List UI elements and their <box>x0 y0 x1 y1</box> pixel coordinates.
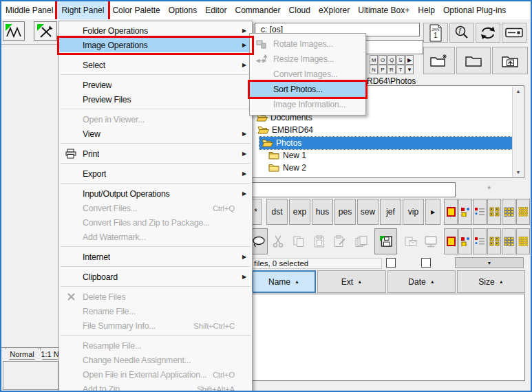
filter-button-sew[interactable]: sew <box>357 199 379 225</box>
view-list-button[interactable] <box>473 228 487 254</box>
menu-item-export[interactable]: Export▶ <box>59 166 252 181</box>
view-grid4-button[interactable] <box>516 228 530 254</box>
menu-item-preview[interactable]: Preview <box>59 78 252 92</box>
view-small-button[interactable] <box>458 228 472 254</box>
submenu-item-image-information[interactable]: Image Information... <box>250 97 365 112</box>
menubar-item-optional-plug-ins[interactable]: Optional Plug-ins <box>439 1 510 19</box>
menu-item-internet[interactable]: Internet▶ <box>59 250 252 264</box>
sort-asc-icon: ▲ <box>295 279 299 284</box>
submenu-item-resize-images[interactable]: Resize Images... <box>250 52 365 67</box>
menu-item-open-in-viewer[interactable]: Open in Viewer... <box>59 112 252 127</box>
view-grid4-button[interactable] <box>516 199 530 225</box>
filter-button-label: sew <box>361 207 375 217</box>
tab-1-1[interactable]: 1:1 N <box>40 348 60 360</box>
menubar-item-explorer[interactable]: eXplorer <box>315 1 354 19</box>
tree-item-photos[interactable]: Photos <box>253 137 512 149</box>
menu-separator <box>61 266 251 267</box>
view-list-button[interactable] <box>473 199 487 225</box>
submenu-item-rotate-images[interactable]: Rotate Images... <box>250 36 365 52</box>
filter-button-jef[interactable]: jef <box>380 199 401 225</box>
panel-button[interactable] <box>502 23 526 43</box>
menu-item-folder-operations[interactable]: Folder Operations▶ <box>59 23 252 38</box>
checkbox-2[interactable] <box>421 258 431 268</box>
column-header-size[interactable]: Size▲ <box>457 270 525 293</box>
column-header-ext[interactable]: Ext▲ <box>317 270 386 293</box>
view-grid3-button[interactable] <box>502 199 515 225</box>
checkbox-1[interactable] <box>386 258 396 268</box>
menubar-item-cloud[interactable]: Cloud <box>285 1 315 19</box>
save-button[interactable] <box>374 228 397 254</box>
stitches-tool-button[interactable] <box>3 21 25 41</box>
letter-button-n[interactable]: N <box>370 65 378 74</box>
menu-item-convert-files[interactable]: Convert Files...Ctrl+Q <box>59 201 252 215</box>
submenu-item-convert-images[interactable]: Convert Images... <box>250 67 365 82</box>
menubar-item-middle-panel[interactable]: Middle Panel <box>1 1 57 19</box>
view-grid3-button[interactable] <box>502 228 515 254</box>
view-large-button[interactable] <box>444 228 458 254</box>
column-header-name[interactable]: Name▲ <box>252 270 316 293</box>
filter-button-pes[interactable]: pes <box>334 199 356 225</box>
menu-item-change-needle-assignment[interactable]: Change Needle Assignment... <box>59 353 252 367</box>
menubar-item-options[interactable]: Options <box>164 1 201 19</box>
menubar-item-ultimate-box[interactable]: Ultimate Box+ <box>354 1 414 19</box>
menu-item-print[interactable]: Print▶ <box>59 146 252 161</box>
filename-mask-combo[interactable] <box>252 182 456 197</box>
letter-button-[interactable]: ▶ <box>405 55 414 65</box>
menubar-item-right-panel[interactable]: Right Panel <box>57 1 108 19</box>
cut-button <box>270 228 286 254</box>
filter-button-hus[interactable]: hus <box>312 199 333 225</box>
filter-button-dst[interactable]: dst <box>266 199 288 225</box>
menu-item-clipboard[interactable]: Clipboard▶ <box>59 270 252 284</box>
menu-item-resample-file[interactable]: Resample File... <box>59 338 252 353</box>
view-grid2-button[interactable] <box>487 228 501 254</box>
letter-button-o[interactable]: O <box>379 55 387 65</box>
calendar-button[interactable]: JAN1 <box>423 23 448 43</box>
menu-item-view[interactable]: View▶ <box>59 127 252 141</box>
menubar-item-commander[interactable]: Commander <box>231 1 285 19</box>
folder-button[interactable] <box>456 47 491 74</box>
refresh-button[interactable] <box>476 23 500 43</box>
filter-button-more[interactable]: ▶ <box>425 199 440 225</box>
menu-item-add-watermark[interactable]: Add Watermark... <box>59 230 252 244</box>
letter-button-r[interactable]: R <box>387 65 396 74</box>
view-large-button[interactable] <box>444 199 458 225</box>
letter-button-s[interactable]: S <box>396 55 405 65</box>
menu-item-file-summary-info[interactable]: File Summary Info...Shift+Ctrl+C <box>59 318 252 333</box>
filter-button-exp[interactable]: exp <box>289 199 310 225</box>
tree-item-embird64[interactable]: EMBIRD64 <box>253 124 512 136</box>
list-options-dropdown[interactable]: ▼ <box>455 257 524 268</box>
menubar-item-help[interactable]: Help <box>414 1 439 19</box>
tree-item-new-1[interactable]: New 1 <box>253 149 512 162</box>
letter-button-q[interactable]: Q <box>387 55 396 65</box>
menu-item-add-to-zip[interactable]: Add to Zip...Shift+Alt+A <box>59 382 252 392</box>
new-folder-button[interactable] <box>423 47 455 74</box>
menu-item-rename-file[interactable]: Rename File... <box>59 304 252 318</box>
menu-item-image-operations[interactable]: Image Operations▶ <box>59 38 252 52</box>
filter-button-vip[interactable]: vip <box>403 199 424 225</box>
letter-button-[interactable]: ▼ <box>405 65 414 74</box>
tree-scrollbar[interactable]: ▲ ▼ <box>512 87 523 177</box>
letter-button-p[interactable]: P <box>379 65 387 74</box>
menu-item-input-output-operations[interactable]: Input/Output Operations▶ <box>59 186 252 201</box>
folder-up-button[interactable] <box>492 47 528 74</box>
scroll-down-icon[interactable]: ▼ <box>513 170 524 175</box>
menubar-item-color-palette[interactable]: Color Palette <box>108 1 164 19</box>
find-button[interactable]: f <box>449 23 474 43</box>
letter-button-m[interactable]: M <box>370 55 378 65</box>
letter-button-t[interactable]: T <box>396 65 405 74</box>
editor-tool-button[interactable] <box>34 21 57 41</box>
menu-item-select[interactable]: Select▶ <box>59 58 252 72</box>
column-header-date[interactable]: Date▲ <box>387 270 456 293</box>
scroll-up-icon[interactable]: ▲ <box>513 89 524 94</box>
file-list[interactable] <box>252 294 525 381</box>
menu-item-delete-files[interactable]: Delete Files <box>59 290 252 304</box>
view-grid2-button[interactable] <box>487 199 501 225</box>
tab-normal[interactable]: Normal <box>6 348 39 360</box>
view-small-button[interactable] <box>458 199 472 225</box>
menu-item-open-file-in-external-application[interactable]: Open File in External Application...Ctrl… <box>59 367 252 382</box>
menu-item-convert-files-and-zip-to-package[interactable]: Convert Files and Zip to Package... <box>59 215 252 230</box>
submenu-item-sort-photos[interactable]: Sort Photos... <box>250 82 365 97</box>
menu-item-preview-files[interactable]: Preview Files <box>59 92 252 107</box>
tree-item-new-2[interactable]: New 2 <box>253 162 512 174</box>
menubar-item-editor[interactable]: Editor <box>201 1 231 19</box>
